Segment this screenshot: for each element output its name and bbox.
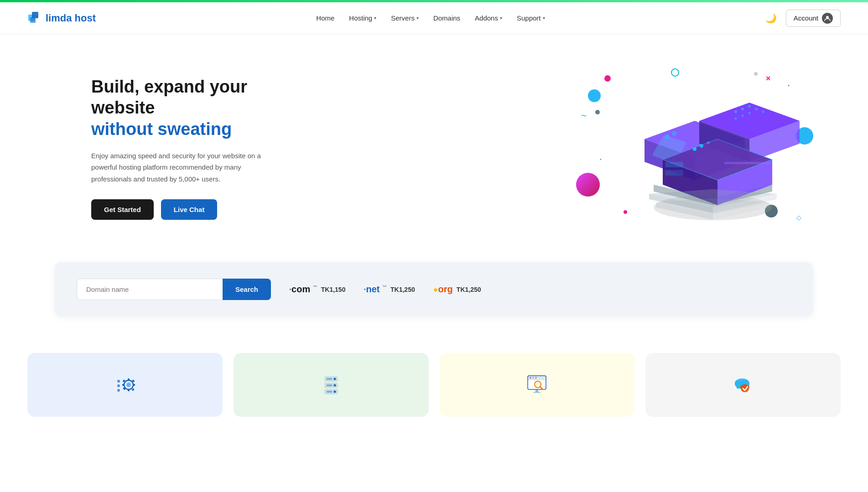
search-icon bbox=[522, 369, 551, 399]
header-right: 🌙 Account bbox=[765, 10, 841, 27]
svg-point-22 bbox=[734, 117, 737, 120]
svg-point-19 bbox=[748, 105, 751, 108]
domain-org: ●org TK1,250 bbox=[433, 284, 481, 295]
logo-icon bbox=[27, 11, 42, 26]
svg-point-45 bbox=[126, 383, 131, 387]
deco-squiggle: ~ bbox=[581, 110, 587, 122]
hero-illustration: × ~ ◇ • • bbox=[576, 62, 813, 235]
card-cloud[interactable] bbox=[645, 353, 841, 417]
dark-mode-toggle[interactable]: 🌙 bbox=[765, 13, 777, 24]
svg-point-3 bbox=[826, 16, 829, 19]
deco-dot-1 bbox=[604, 75, 611, 82]
main-nav: Home Hosting ▾ Servers ▾ Domains Addons … bbox=[316, 14, 545, 22]
nav-servers[interactable]: Servers ▾ bbox=[391, 14, 419, 22]
domain-prices: ·com ™ TK1,150 ·net ™ TK1,250 ●org bbox=[289, 284, 481, 295]
card-domains[interactable] bbox=[440, 353, 635, 417]
svg-rect-58 bbox=[327, 378, 332, 380]
svg-rect-34 bbox=[724, 162, 770, 164]
com-price: TK1,150 bbox=[321, 286, 346, 293]
domain-search-button[interactable]: Search bbox=[223, 279, 271, 300]
server-3d-illustration bbox=[617, 66, 809, 230]
svg-point-43 bbox=[117, 389, 120, 392]
nav-domains[interactable]: Domains bbox=[433, 14, 460, 22]
svg-rect-47 bbox=[128, 389, 130, 391]
card-hosting[interactable] bbox=[27, 353, 223, 417]
logo-text: limda host bbox=[46, 12, 96, 24]
svg-rect-48 bbox=[122, 384, 125, 386]
nav-support[interactable]: Support ▾ bbox=[517, 14, 545, 22]
support-chevron: ▾ bbox=[543, 16, 545, 21]
servers-chevron: ▾ bbox=[416, 16, 419, 21]
svg-point-13 bbox=[672, 131, 676, 136]
hero-buttons: Get Started Live Chat bbox=[91, 199, 310, 220]
svg-point-12 bbox=[665, 135, 670, 139]
ext-net-label: ·net ™ bbox=[364, 284, 387, 295]
svg-point-69 bbox=[536, 383, 540, 386]
live-chat-button[interactable]: Live Chat bbox=[161, 199, 218, 220]
cloud-icon bbox=[728, 369, 758, 399]
card-servers[interactable] bbox=[234, 353, 429, 417]
svg-point-42 bbox=[117, 384, 120, 387]
svg-rect-72 bbox=[533, 392, 541, 393]
feature-cards bbox=[0, 335, 868, 417]
ext-org-label: ●org bbox=[433, 284, 453, 295]
server-icon bbox=[317, 369, 346, 399]
ext-com-label: ·com ™ bbox=[289, 284, 317, 295]
page: limda host Home Hosting ▾ Servers ▾ Doma… bbox=[0, 0, 868, 492]
svg-point-17 bbox=[734, 110, 737, 113]
domain-search-form: Search bbox=[77, 279, 271, 300]
svg-rect-32 bbox=[665, 162, 683, 167]
org-price: TK1,250 bbox=[457, 286, 481, 293]
deco-dot-tiny: • bbox=[600, 157, 602, 162]
hero-content: Build, expand your website without sweat… bbox=[91, 77, 310, 220]
svg-point-59 bbox=[333, 384, 336, 387]
svg-point-41 bbox=[117, 380, 120, 383]
svg-rect-33 bbox=[665, 170, 683, 176]
nav-home[interactable]: Home bbox=[316, 14, 334, 22]
svg-point-66 bbox=[532, 377, 534, 379]
svg-rect-2 bbox=[30, 17, 36, 23]
svg-point-23 bbox=[741, 114, 744, 117]
svg-rect-46 bbox=[128, 378, 130, 381]
deco-purple-ball bbox=[576, 173, 600, 197]
nav-addons[interactable]: Addons ▾ bbox=[475, 14, 502, 22]
get-started-button[interactable]: Get Started bbox=[91, 199, 154, 220]
svg-point-61 bbox=[333, 391, 336, 393]
gear-icon bbox=[110, 369, 140, 399]
svg-point-29 bbox=[693, 147, 696, 151]
svg-rect-62 bbox=[327, 391, 332, 393]
svg-point-65 bbox=[530, 377, 531, 379]
addons-chevron: ▾ bbox=[500, 16, 502, 21]
domain-search-section: Search ·com ™ TK1,150 ·net ™ bbox=[55, 262, 813, 316]
logo[interactable]: limda host bbox=[27, 11, 96, 26]
svg-rect-49 bbox=[133, 384, 135, 386]
deco-dot-4 bbox=[588, 89, 601, 102]
svg-point-18 bbox=[741, 108, 744, 110]
account-label: Account bbox=[794, 14, 818, 22]
svg-point-67 bbox=[535, 377, 537, 379]
domain-name-input[interactable] bbox=[77, 279, 223, 300]
domain-search-wrapper: Search ·com ™ TK1,150 ·net ™ bbox=[0, 262, 868, 335]
hosting-chevron: ▾ bbox=[374, 16, 376, 21]
domain-net: ·net ™ TK1,250 bbox=[364, 284, 415, 295]
svg-point-31 bbox=[707, 141, 710, 144]
svg-point-24 bbox=[748, 112, 751, 114]
hero-title: Build, expand your website without sweat… bbox=[91, 77, 310, 141]
header: limda host Home Hosting ▾ Servers ▾ Doma… bbox=[0, 2, 868, 34]
svg-rect-1 bbox=[32, 12, 38, 18]
hero-description: Enjoy amazing speed and security for you… bbox=[91, 150, 274, 185]
svg-point-20 bbox=[755, 108, 758, 110]
deco-dot-5 bbox=[595, 110, 600, 114]
svg-point-57 bbox=[333, 378, 336, 380]
hero-section: Build, expand your website without sweat… bbox=[0, 34, 868, 262]
nav-hosting[interactable]: Hosting ▾ bbox=[349, 14, 376, 22]
svg-point-30 bbox=[700, 144, 703, 148]
svg-point-21 bbox=[762, 110, 764, 113]
net-price: TK1,250 bbox=[390, 286, 415, 293]
account-avatar bbox=[822, 13, 833, 24]
account-button[interactable]: Account bbox=[786, 10, 841, 27]
svg-rect-60 bbox=[327, 384, 332, 386]
domain-com: ·com ™ TK1,150 bbox=[289, 284, 345, 295]
